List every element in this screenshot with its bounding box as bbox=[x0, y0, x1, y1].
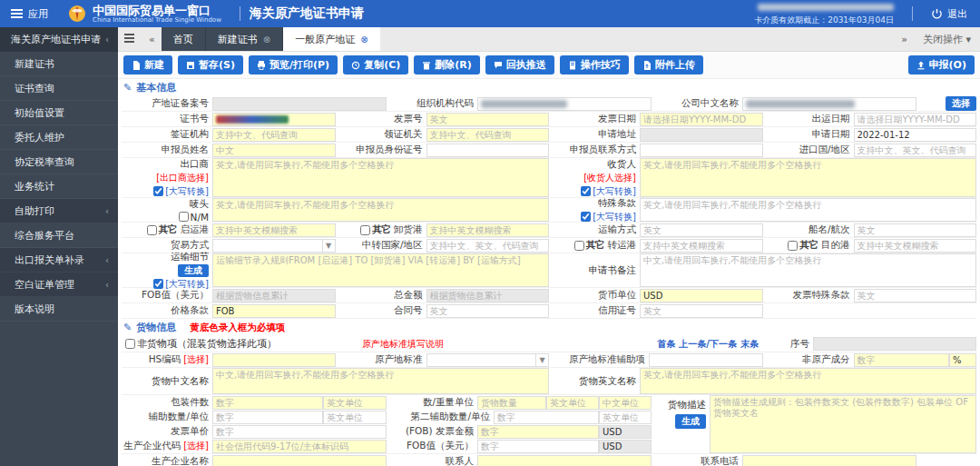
chevron-down-icon[interactable]: ▼ bbox=[536, 353, 549, 367]
phone-input[interactable] bbox=[742, 455, 916, 466]
receipt-push-button[interactable]: 回执推送 bbox=[485, 55, 554, 74]
sidebar-item-client-maintenance[interactable]: 委托人维护 bbox=[0, 125, 118, 150]
generate-goods-desc-button[interactable]: 生成 bbox=[675, 414, 706, 429]
close-tab-icon[interactable]: ⊗ bbox=[360, 35, 368, 45]
goods-en-name-textarea[interactable] bbox=[640, 368, 976, 394]
sidebar-item-business-stats[interactable]: 业务统计 bbox=[0, 174, 118, 199]
seq-input[interactable] bbox=[813, 337, 976, 351]
consignee-select-link[interactable]: [收货人选择] bbox=[583, 172, 636, 184]
hs-code-input[interactable] bbox=[212, 353, 336, 367]
exporter-textarea[interactable] bbox=[212, 158, 549, 197]
discharge-port-input[interactable] bbox=[426, 223, 550, 237]
tab-list-icon[interactable] bbox=[118, 32, 142, 47]
total-amount-input[interactable] bbox=[426, 289, 550, 302]
invoice-price-input[interactable] bbox=[212, 425, 387, 439]
declarant-name-input[interactable] bbox=[212, 144, 336, 157]
trade-mode-select[interactable] bbox=[212, 239, 323, 253]
org-code-input[interactable] bbox=[477, 97, 652, 111]
fob-usd-input[interactable] bbox=[212, 289, 336, 302]
contract-no-input[interactable] bbox=[426, 304, 550, 318]
sidebar-item-self-print[interactable]: 自助打印‹ bbox=[0, 199, 118, 223]
price-term-input[interactable] bbox=[212, 304, 336, 318]
nav-prev-next-link[interactable]: 上一条/下一条 bbox=[679, 338, 737, 351]
qty-cn-unit-input[interactable] bbox=[599, 396, 652, 410]
import-country-input[interactable] bbox=[854, 144, 977, 157]
exporter-select-link[interactable]: [出口商选择] bbox=[156, 172, 209, 184]
qty-en-unit-input[interactable] bbox=[546, 396, 599, 410]
tab-new-certificate[interactable]: 新建证书 ⊗ bbox=[206, 27, 283, 51]
exporter-uppercase-checkbox[interactable] bbox=[153, 186, 163, 196]
non-goods-checkbox[interactable] bbox=[125, 339, 135, 349]
dest-port-other-checkbox[interactable] bbox=[788, 241, 798, 251]
new-button[interactable]: 新建 bbox=[123, 55, 172, 74]
producer-code-input[interactable] bbox=[212, 440, 387, 453]
close-operations-dropdown[interactable]: 关闭操作 ▾ bbox=[923, 33, 971, 46]
special-clause-textarea[interactable] bbox=[640, 198, 976, 222]
invoice-special-input[interactable] bbox=[854, 289, 977, 302]
goods-desc-textarea[interactable] bbox=[710, 395, 976, 453]
vessel-input[interactable] bbox=[854, 223, 977, 237]
transit-port-input[interactable] bbox=[640, 239, 763, 253]
contact-input[interactable] bbox=[477, 455, 652, 466]
attachment-upload-button[interactable]: 附件上传 bbox=[634, 55, 703, 74]
origin-standard-note-link[interactable]: 原产地标准填写说明 bbox=[362, 338, 444, 351]
company-cn-input[interactable] bbox=[742, 97, 916, 111]
scroll-tabs-left-icon[interactable]: « bbox=[142, 34, 162, 45]
preview-print-button[interactable]: 预览/打印(P) bbox=[249, 55, 338, 74]
invoice-date-input[interactable] bbox=[640, 113, 763, 126]
delete-button[interactable]: 删除(R) bbox=[414, 55, 480, 74]
departure-port-other-checkbox[interactable] bbox=[147, 225, 157, 235]
visa-org-input[interactable] bbox=[212, 128, 336, 142]
issue-org-input[interactable] bbox=[426, 128, 550, 142]
invoice-no-input[interactable] bbox=[426, 113, 550, 126]
transit-country-input[interactable] bbox=[426, 239, 550, 253]
sidebar-item-new-certificate[interactable]: 新建证书 bbox=[0, 52, 118, 76]
sidebar-item-version-notes[interactable]: 版本说明 bbox=[0, 297, 118, 322]
consignee-uppercase-checkbox[interactable] bbox=[581, 186, 591, 196]
app-note-textarea[interactable] bbox=[640, 253, 976, 287]
second-aux-qty-input[interactable] bbox=[494, 411, 599, 424]
lc-no-input[interactable] bbox=[640, 304, 763, 318]
sidebar-title[interactable]: 海关原产地证书申请 ‹ bbox=[0, 27, 118, 52]
uppercase-link[interactable]: [大写转换] bbox=[593, 211, 636, 223]
origin-standard-select[interactable] bbox=[426, 353, 537, 367]
sidebar-item-initial-values[interactable]: 初始值设置 bbox=[0, 101, 118, 125]
nav-first-link[interactable]: 首条 bbox=[657, 338, 675, 351]
save-draft-button[interactable]: 暂存(S) bbox=[178, 55, 243, 74]
chevron-down-icon[interactable]: ▼ bbox=[323, 239, 336, 253]
package-unit-input[interactable] bbox=[323, 396, 387, 410]
ship-date-input[interactable] bbox=[854, 113, 977, 126]
logout-button[interactable]: 退出 bbox=[931, 7, 967, 21]
choose-company-button[interactable]: 选择 bbox=[946, 96, 976, 111]
sidebar-item-agreement-tax-query[interactable]: 协定税率查询 bbox=[0, 150, 118, 174]
aux-qty-input[interactable] bbox=[212, 411, 323, 424]
fob-invoice-amount-input[interactable] bbox=[477, 425, 599, 439]
collapse-sidebar-icon[interactable]: ‹ bbox=[105, 35, 109, 45]
transit-port-other-checkbox[interactable] bbox=[574, 241, 584, 251]
sidebar-item-certificate-query[interactable]: 证书查询 bbox=[0, 76, 118, 101]
generate-transport-detail-button[interactable]: 生成 bbox=[178, 264, 209, 277]
special-clause-uppercase-checkbox[interactable] bbox=[581, 212, 591, 222]
sidebar-item-blank-cert-mgmt[interactable]: 空白证单管理‹ bbox=[0, 273, 118, 297]
currency-input[interactable] bbox=[640, 289, 763, 302]
sidebar-item-service-platform[interactable]: 综合服务平台 bbox=[0, 223, 118, 248]
operation-tips-button[interactable]: 操作技巧 bbox=[560, 55, 629, 74]
marks-textarea[interactable] bbox=[212, 198, 549, 222]
aux-unit-input[interactable] bbox=[323, 411, 387, 424]
fob-value-input[interactable] bbox=[477, 440, 599, 453]
reg-no-input[interactable] bbox=[212, 97, 387, 111]
apply-addr-input[interactable] bbox=[640, 128, 763, 142]
non-origin-input[interactable] bbox=[854, 353, 950, 367]
discharge-port-other-checkbox[interactable] bbox=[360, 225, 370, 235]
origin-standard-aux-input[interactable] bbox=[649, 353, 763, 367]
apply-date-input[interactable] bbox=[854, 128, 977, 142]
hs-select-link[interactable]: [选择] bbox=[183, 353, 209, 366]
consignee-textarea[interactable] bbox=[640, 158, 976, 197]
transport-detail-textarea[interactable] bbox=[212, 253, 549, 287]
declare-button[interactable]: 申报(O) bbox=[908, 55, 975, 74]
transport-mode-input[interactable] bbox=[640, 223, 763, 237]
cert-no-input[interactable] bbox=[212, 113, 336, 126]
sidebar-item-export-declaration[interactable]: 出口报关单补录‹ bbox=[0, 248, 118, 273]
copy-button[interactable]: 复制(C) bbox=[343, 55, 408, 74]
uppercase-link[interactable]: [大写转换] bbox=[165, 185, 209, 198]
